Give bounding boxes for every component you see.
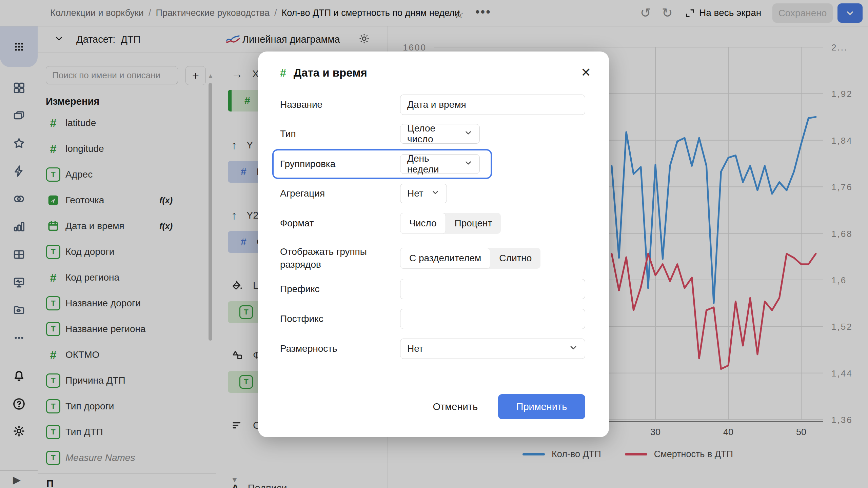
row-prefix: Префикс — [280, 279, 585, 299]
chevron-down-icon — [464, 128, 473, 140]
aggregation-select[interactable]: Нет — [400, 184, 447, 203]
row-digit-groups: Отображать группы разрядов С разделителе… — [280, 245, 585, 271]
type-select[interactable]: Целое число — [400, 124, 480, 144]
dimension-select[interactable]: Нет — [400, 339, 585, 359]
name-label: Название — [280, 99, 400, 110]
field-settings-dialog: # Дата и время ✕ Название Тип Целое числ… — [258, 52, 609, 437]
prefix-input[interactable] — [400, 279, 585, 299]
format-segmented: Число Процент — [400, 213, 501, 234]
grouping-select[interactable]: День недели — [400, 154, 480, 174]
digit-groups-segmented: С разделителем Слитно — [400, 248, 540, 269]
number-field-icon: # — [280, 67, 286, 79]
grouping-highlight-box: Группировка День недели — [272, 149, 492, 179]
cancel-button[interactable]: Отменить — [431, 401, 480, 413]
row-aggregation: Агрегация Нет — [280, 184, 585, 203]
row-dimension: Размерность Нет — [280, 339, 585, 359]
type-label: Тип — [280, 128, 400, 139]
grouping-label: Группировка — [280, 159, 400, 169]
apply-button[interactable]: Применить — [498, 394, 585, 419]
aggregation-label: Агрегация — [280, 188, 400, 199]
postfix-label: Постфикс — [280, 313, 400, 324]
digit-groups-label: Отображать группы разрядов — [280, 245, 400, 271]
close-icon[interactable]: ✕ — [578, 65, 593, 80]
name-input[interactable] — [400, 95, 585, 115]
prefix-label: Префикс — [280, 284, 400, 294]
digits-option-separator[interactable]: С разделителем — [400, 248, 490, 269]
digits-option-plain[interactable]: Слитно — [490, 248, 540, 269]
chevron-down-icon — [464, 159, 473, 170]
dialog-title: # Дата и время — [280, 66, 367, 79]
chevron-down-icon — [431, 188, 440, 199]
dimension-label: Размерность — [280, 343, 400, 354]
format-label: Формат — [280, 218, 400, 229]
row-type: Тип Целое число — [280, 124, 585, 144]
postfix-input[interactable] — [400, 309, 585, 329]
row-name: Название — [280, 95, 585, 115]
chevron-down-icon — [569, 343, 578, 355]
format-option-number[interactable]: Число — [400, 213, 446, 234]
row-format: Формат Число Процент — [280, 213, 585, 234]
format-option-percent[interactable]: Процент — [446, 213, 501, 234]
row-postfix: Постфикс — [280, 309, 585, 329]
